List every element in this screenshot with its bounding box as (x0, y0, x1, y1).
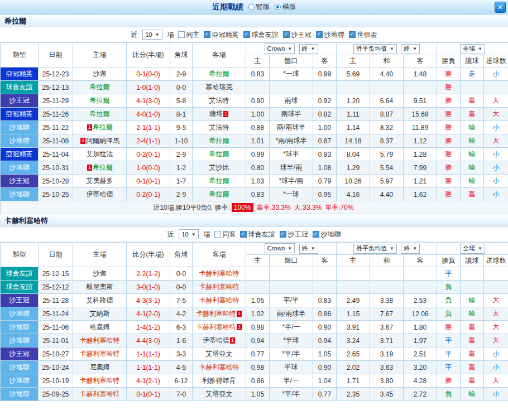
radio-checked-icon[interactable] (275, 4, 281, 10)
col-header-odds-home: 主 (246, 55, 270, 67)
average-stage-select[interactable]: 終▼ (401, 244, 420, 254)
goals-result-cell: 小 (484, 121, 508, 134)
team-name: 艾法特 (209, 123, 229, 131)
away-team-cell: 卡赫利塞哈特1 (193, 307, 246, 321)
average-odds-select[interactable]: 胜平负均值▼ (353, 44, 397, 54)
corners-cell: 0-0 (170, 281, 193, 294)
checkbox-checked-icon[interactable] (280, 231, 286, 238)
odds-away-cell: 0.94 (313, 334, 337, 347)
col-header-home: 主場 (73, 43, 127, 67)
match-date-cell: 25-11-28 (39, 294, 73, 307)
league-filter-label: 世俱盃 (357, 30, 377, 40)
league-type-badge: 沙地聯 (1, 374, 39, 388)
score-cell: 1-1(1-1) (127, 361, 170, 374)
bookmaker-select[interactable]: Crown▼ (265, 44, 295, 54)
league-filter[interactable]: 球會友誼 (243, 30, 279, 40)
handicap-result-cell: 輸 (461, 175, 484, 188)
league-filter[interactable]: 亞冠精英 (204, 30, 239, 40)
avg-home-cell (337, 81, 370, 94)
team-name: 艾納斯 (90, 310, 110, 317)
score-cell: 1-0(1-0) (127, 81, 170, 94)
odds-home-cell: 0.86 (246, 374, 270, 388)
checkbox-checked-icon[interactable] (243, 31, 250, 38)
checkbox-checked-icon[interactable] (349, 31, 356, 38)
col-header-handicap-result: 讓球 (461, 55, 484, 67)
score-cell: 4-1(3-0) (127, 94, 170, 108)
col-header-type: 類型 (1, 243, 39, 267)
league-type-badge: 亞冠精英 (1, 148, 39, 161)
average-odds-select[interactable]: 胜平负均值▼ (353, 244, 397, 254)
checkbox-checked-icon[interactable] (204, 31, 210, 38)
league-filter[interactable]: 世俱盃 (349, 30, 377, 40)
outcome-cell: 勝 (437, 81, 461, 94)
league-filter[interactable]: 沙王冠 (280, 230, 308, 239)
checkbox-unchecked-icon[interactable] (214, 231, 221, 238)
team-name-heading: 卡赫利塞哈特 (4, 216, 48, 225)
average-odds-group: 胜平负均值▼ 終▼ (337, 43, 437, 55)
odds-away-cell: 0.92 (313, 94, 337, 108)
scope-select[interactable]: 全場▼ (460, 44, 485, 54)
avg-away-cell (404, 267, 437, 281)
odds-away-cell: 0.90 (313, 361, 337, 374)
handicap-result-cell (461, 267, 484, 281)
home-team-cell: 沙迦 (73, 67, 127, 81)
checkbox-unchecked-icon[interactable] (178, 31, 185, 38)
checkbox-checked-icon[interactable] (313, 231, 319, 238)
odds-home-cell: 1.05 (246, 388, 270, 401)
odds-away-cell: 0.79 (313, 175, 337, 188)
league-filter-label: 沙地聯 (324, 30, 344, 40)
handicap-line-cell: *球半 (270, 148, 313, 161)
avg-away-cell: 12.06 (404, 307, 437, 321)
view-option-horizontal-label: 橫版 (282, 2, 296, 12)
radio-unchecked-icon[interactable] (248, 4, 255, 10)
view-option-vertical[interactable]: 豎版 (248, 2, 270, 12)
col-header-outcome: 勝負 (437, 55, 461, 67)
checkbox-checked-icon[interactable] (240, 231, 247, 238)
scope-select[interactable]: 全場▼ (460, 244, 485, 254)
odds-stage-select[interactable]: 終▼ (299, 44, 318, 54)
odds-home-cell: 1.05 (246, 294, 270, 307)
view-option-horizontal[interactable]: 橫版 (275, 2, 296, 12)
close-button[interactable]: ✕ (495, 2, 506, 13)
match-date-cell: 25-10-24 (39, 361, 73, 374)
home-team-cell: 艾奧赫多 (73, 175, 127, 188)
same-venue-filter[interactable]: 同主 (178, 30, 200, 40)
team-name: 卡赫利塞哈特 (80, 376, 120, 384)
league-filter-label: 沙王冠 (291, 30, 311, 40)
odds-stage-select[interactable]: 終▼ (299, 244, 318, 254)
home-team-cell: 卡赫利塞哈特 (73, 388, 127, 401)
league-filter[interactable]: 沙地聯 (316, 30, 344, 40)
match-date-cell: 25-12-23 (39, 67, 73, 81)
same-venue-filter[interactable]: 同客 (214, 230, 236, 239)
outcome-cell: 勝 (437, 121, 461, 134)
average-stage-select[interactable]: 終▼ (401, 44, 420, 54)
outcome-cell: 勝 (437, 321, 461, 334)
league-filter[interactable]: 沙地聯 (313, 230, 341, 239)
odds-away-cell: 0.99 (313, 67, 337, 81)
bookmaker-select[interactable]: Crown▼ (265, 243, 295, 253)
match-count-select[interactable]: 10 ▼ (142, 30, 162, 40)
odds-away-cell: 0.90 (313, 321, 337, 334)
outcome-cell: 負 (437, 294, 461, 307)
match-count-select[interactable]: 10 ▼ (179, 229, 198, 239)
summary-row: 近10場,勝10平0负0, 勝率:100%贏率:33.3%大:33.3%單率:7… (1, 201, 508, 214)
avg-home-cell: 1.15 (337, 307, 370, 321)
league-filter[interactable]: 沙王冠 (283, 30, 311, 40)
panel-title: 近期戰績 (212, 2, 243, 12)
score-cell: 0-2(0-1) (127, 188, 170, 201)
match-row: 沙地聯25-11-06哈森姆1-4(1-2)6-3卡赫利塞哈特10.98*半/一… (1, 321, 508, 334)
outcome-cell: 負 (437, 281, 461, 294)
score-cell: 2-1(1-1) (127, 121, 170, 134)
checkbox-checked-icon[interactable] (283, 31, 290, 38)
score-cell: 4-3(3-1) (127, 294, 170, 307)
checkbox-checked-icon[interactable] (316, 31, 323, 38)
handicap-line-cell: 半/一 (270, 374, 313, 388)
avg-home-cell: 1.11 (337, 108, 370, 121)
team-section-header: 卡赫利塞哈特 (0, 214, 508, 227)
league-type-badge: 沙地聯 (1, 134, 39, 148)
scope-select-value: 全場 (463, 244, 475, 253)
avg-draw-cell: 3.80 (370, 374, 404, 388)
avg-away-cell: 2.51 (404, 347, 437, 361)
league-filter[interactable]: 球會友誼 (240, 230, 275, 239)
odds-home-cell: 1.03 (246, 175, 270, 188)
